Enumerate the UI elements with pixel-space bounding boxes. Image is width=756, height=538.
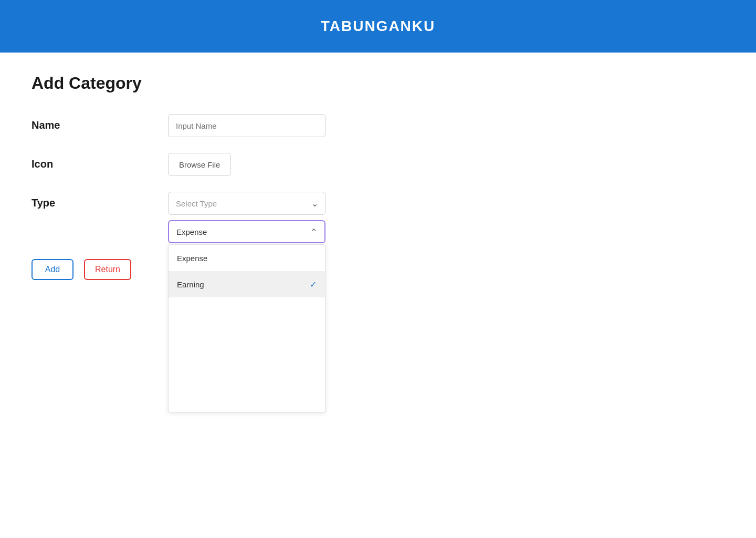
main-content: Add Category Name Icon Browse File Type … [0, 53, 756, 538]
chevron-up-icon: ⌃ [310, 227, 317, 237]
browse-file-button[interactable]: Browse File [168, 153, 231, 176]
icon-field-wrapper: Browse File [168, 153, 326, 176]
icon-label: Icon [32, 153, 168, 170]
app-title: TABUNGANKU [321, 18, 436, 35]
return-button[interactable]: Return [84, 259, 131, 280]
type-fields-wrapper: Select Type Expense Earning ⌄ Expense ⌃ … [168, 192, 326, 243]
name-field-wrapper [168, 114, 326, 137]
type-label: Type [32, 192, 168, 209]
dropdown-list: Expense Earning ✓ [168, 244, 326, 412]
type-row: Type Select Type Expense Earning ⌄ Expen… [32, 192, 724, 243]
check-icon: ✓ [310, 280, 317, 289]
type-select[interactable]: Select Type Expense Earning [168, 192, 326, 215]
dropdown-selected-value: Expense [176, 227, 207, 236]
dropdown-item-earning-label: Earning [177, 280, 204, 289]
dropdown-item-expense[interactable]: Expense [169, 245, 325, 271]
dropdown-item-expense-label: Expense [177, 254, 207, 263]
name-label: Name [32, 114, 168, 131]
add-category-form: Name Icon Browse File Type Select Type E… [32, 114, 724, 280]
buttons-row: Add Return [32, 259, 724, 280]
dropdown-selected-button[interactable]: Expense ⌃ [168, 220, 326, 243]
add-button[interactable]: Add [32, 259, 74, 280]
icon-row: Icon Browse File [32, 153, 724, 176]
page-title: Add Category [32, 74, 724, 93]
name-input[interactable] [168, 114, 326, 137]
dropdown-open-wrapper: Expense ⌃ Expense Earning ✓ [168, 220, 326, 243]
app-header: TABUNGANKU [0, 0, 756, 53]
dropdown-item-earning[interactable]: Earning ✓ [169, 271, 325, 297]
name-row: Name [32, 114, 724, 137]
select-type-wrapper: Select Type Expense Earning ⌄ [168, 192, 326, 215]
